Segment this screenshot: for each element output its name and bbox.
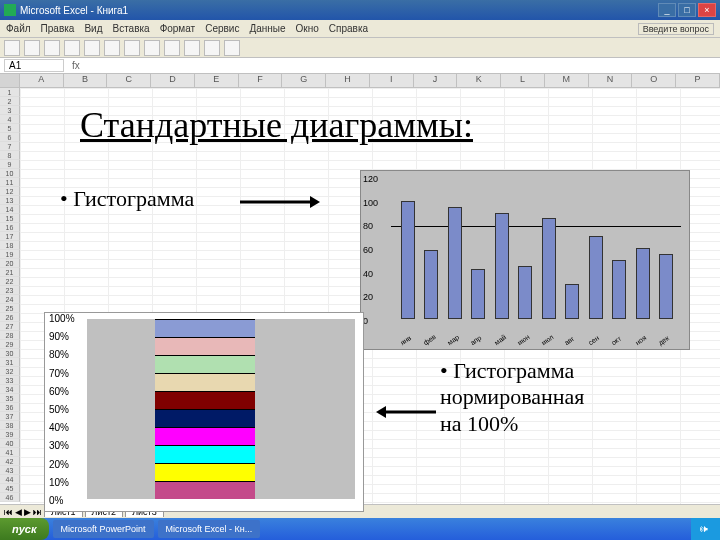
- row-header[interactable]: 32: [0, 367, 20, 376]
- row-header[interactable]: 46: [0, 493, 20, 502]
- row-header[interactable]: 12: [0, 187, 20, 196]
- row-header[interactable]: 34: [0, 385, 20, 394]
- tab-nav-prev[interactable]: ◀: [15, 507, 22, 517]
- menu-insert[interactable]: Вставка: [112, 23, 149, 34]
- toolbar-button[interactable]: [184, 40, 200, 56]
- row-header[interactable]: 11: [0, 178, 20, 187]
- row-header[interactable]: 19: [0, 250, 20, 259]
- row-header[interactable]: 10: [0, 169, 20, 178]
- column-header[interactable]: J: [414, 74, 458, 87]
- column-header[interactable]: M: [545, 74, 589, 87]
- row-header[interactable]: 14: [0, 205, 20, 214]
- row-header[interactable]: 20: [0, 259, 20, 268]
- menu-edit[interactable]: Правка: [41, 23, 75, 34]
- toolbar-button[interactable]: [44, 40, 60, 56]
- column-header[interactable]: D: [151, 74, 195, 87]
- row-header[interactable]: 15: [0, 214, 20, 223]
- start-button[interactable]: пуск: [0, 518, 49, 540]
- row-header[interactable]: 25: [0, 304, 20, 313]
- menu-view[interactable]: Вид: [84, 23, 102, 34]
- taskbar-item[interactable]: Microsoft PowerPoint: [53, 520, 154, 538]
- column-header[interactable]: A: [20, 74, 64, 87]
- row-header[interactable]: 39: [0, 430, 20, 439]
- column-header[interactable]: L: [501, 74, 545, 87]
- tray-icon[interactable]: 🕪: [699, 524, 708, 534]
- column-header[interactable]: K: [457, 74, 501, 87]
- column-header[interactable]: G: [282, 74, 326, 87]
- toolbar-button[interactable]: [164, 40, 180, 56]
- help-search-box[interactable]: Введите вопрос: [638, 23, 714, 35]
- row-header[interactable]: 21: [0, 268, 20, 277]
- row-header[interactable]: 31: [0, 358, 20, 367]
- maximize-button[interactable]: □: [678, 3, 696, 17]
- menu-help[interactable]: Справка: [329, 23, 368, 34]
- row-header[interactable]: 45: [0, 484, 20, 493]
- row-header[interactable]: 9: [0, 160, 20, 169]
- row-header[interactable]: 7: [0, 142, 20, 151]
- menu-data[interactable]: Данные: [249, 23, 285, 34]
- row-header[interactable]: 24: [0, 295, 20, 304]
- row-header[interactable]: 13: [0, 196, 20, 205]
- toolbar-button[interactable]: [104, 40, 120, 56]
- tab-nav-last[interactable]: ⏭: [33, 507, 42, 517]
- row-header[interactable]: 8: [0, 151, 20, 160]
- row-header[interactable]: 17: [0, 232, 20, 241]
- row-header[interactable]: 35: [0, 394, 20, 403]
- column-header[interactable]: F: [239, 74, 283, 87]
- column-header[interactable]: O: [632, 74, 676, 87]
- row-header[interactable]: 30: [0, 349, 20, 358]
- column-header[interactable]: E: [195, 74, 239, 87]
- row-header[interactable]: 28: [0, 331, 20, 340]
- row-header[interactable]: 42: [0, 457, 20, 466]
- row-header[interactable]: 6: [0, 133, 20, 142]
- tab-nav-first[interactable]: ⏮: [4, 507, 13, 517]
- toolbar-button[interactable]: [84, 40, 100, 56]
- row-header[interactable]: 41: [0, 448, 20, 457]
- menu-window[interactable]: Окно: [296, 23, 319, 34]
- fx-icon[interactable]: fx: [72, 60, 80, 71]
- column-header[interactable]: B: [64, 74, 108, 87]
- row-header[interactable]: 18: [0, 241, 20, 250]
- row-header[interactable]: 43: [0, 466, 20, 475]
- row-header[interactable]: 44: [0, 475, 20, 484]
- tab-nav-next[interactable]: ▶: [24, 507, 31, 517]
- row-header[interactable]: 16: [0, 223, 20, 232]
- row-header[interactable]: 22: [0, 277, 20, 286]
- taskbar-item[interactable]: Microsoft Excel - Кн...: [158, 520, 261, 538]
- row-header[interactable]: 23: [0, 286, 20, 295]
- select-all-corner[interactable]: [0, 74, 20, 87]
- window-title: Microsoft Excel - Книга1: [20, 5, 128, 16]
- toolbar-button[interactable]: [24, 40, 40, 56]
- system-tray[interactable]: 🕪: [691, 518, 720, 540]
- minimize-button[interactable]: _: [658, 3, 676, 17]
- column-header[interactable]: C: [107, 74, 151, 87]
- row-header[interactable]: 29: [0, 340, 20, 349]
- row-header[interactable]: 33: [0, 376, 20, 385]
- row-header[interactable]: 5: [0, 124, 20, 133]
- toolbar-button[interactable]: [224, 40, 240, 56]
- toolbar-button[interactable]: [64, 40, 80, 56]
- column-header[interactable]: P: [676, 74, 720, 87]
- row-header[interactable]: 36: [0, 403, 20, 412]
- toolbar-button[interactable]: [4, 40, 20, 56]
- row-header[interactable]: 38: [0, 421, 20, 430]
- row-header[interactable]: 3: [0, 106, 20, 115]
- menu-tools[interactable]: Сервис: [205, 23, 239, 34]
- row-header[interactable]: 1: [0, 88, 20, 97]
- row-header[interactable]: 27: [0, 322, 20, 331]
- name-box[interactable]: A1: [4, 59, 64, 72]
- row-header[interactable]: 2: [0, 97, 20, 106]
- menu-file[interactable]: Файл: [6, 23, 31, 34]
- row-header[interactable]: 4: [0, 115, 20, 124]
- row-header[interactable]: 40: [0, 439, 20, 448]
- toolbar-button[interactable]: [124, 40, 140, 56]
- row-header[interactable]: 26: [0, 313, 20, 322]
- menu-format[interactable]: Формат: [160, 23, 196, 34]
- close-button[interactable]: ×: [698, 3, 716, 17]
- row-header[interactable]: 37: [0, 412, 20, 421]
- column-header[interactable]: I: [370, 74, 414, 87]
- toolbar-button[interactable]: [144, 40, 160, 56]
- column-header[interactable]: H: [326, 74, 370, 87]
- column-header[interactable]: N: [589, 74, 633, 87]
- toolbar-button[interactable]: [204, 40, 220, 56]
